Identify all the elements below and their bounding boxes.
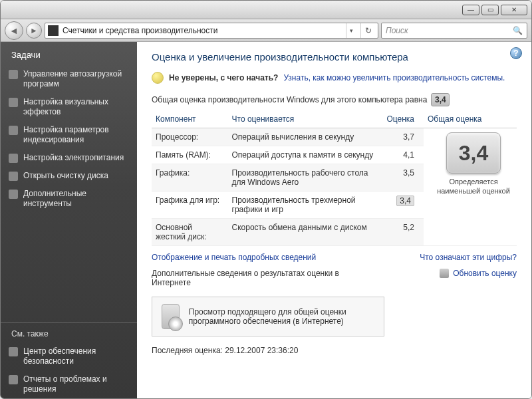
- breadcrumb-text: Счетчики и средства производительности: [63, 26, 342, 35]
- sidebar-item-power[interactable]: Настройка электропитания: [1, 149, 137, 167]
- overall-score-badge: 3,4: [431, 93, 450, 106]
- cell-component: Основной жесткий диск:: [152, 219, 228, 246]
- software-cd-icon: [162, 304, 180, 329]
- refresh-icon[interactable]: ↻: [360, 23, 375, 38]
- tasks-header: Задачи: [1, 42, 137, 65]
- last-evaluation: Последняя оценка: 29.12.2007 23:36:20: [152, 346, 517, 355]
- control-panel-icon: [48, 25, 59, 36]
- maximize-button[interactable]: ▭: [481, 5, 499, 15]
- sidebar: Задачи Управление автозагрузкой программ…: [1, 42, 137, 398]
- cell-overall: 3,4Определяется наименьшей оценкой: [424, 128, 517, 246]
- performance-table: Компонент Что оценивается Оценка Общая о…: [152, 110, 517, 246]
- th-overall: Общая оценка: [424, 110, 517, 128]
- address-bar: ◄ ► Счетчики и средства производительнос…: [1, 19, 531, 42]
- more-info-text: Дополнительные сведения о результатах оц…: [152, 269, 351, 287]
- search-input[interactable]: Поиск 🔍: [381, 23, 527, 39]
- breadcrumb-bar[interactable]: Счетчики и средства производительности ▾…: [45, 23, 378, 39]
- sidebar-seealso-problem-reports[interactable]: Отчеты о проблемах и решения: [1, 370, 137, 398]
- sidebar-seealso-security-center[interactable]: Центр обеспечения безопасности: [1, 342, 137, 370]
- th-score: Оценка: [382, 110, 424, 128]
- software-suggestion-text: Просмотр подходящего для общей оценки пр…: [189, 307, 374, 326]
- hint-question: Не уверены, с чего начать?: [169, 73, 278, 82]
- help-icon[interactable]: ?: [510, 47, 522, 59]
- big-score-badge: 3,4: [446, 132, 501, 174]
- page-title: Оценка и увеличение производительности к…: [152, 51, 517, 63]
- cell-component: Память (RAM):: [152, 146, 228, 164]
- content-area: ? Оценка и увеличение производительности…: [137, 42, 531, 398]
- forward-button[interactable]: ►: [26, 23, 42, 39]
- cell-what: Производительность рабочего стола для Wi…: [228, 164, 383, 192]
- cell-score: 4,1: [382, 146, 424, 164]
- overall-score-line: Общая оценка производительности Windows …: [152, 93, 517, 106]
- big-score-caption: Определяется наименьшей оценкой: [437, 178, 510, 196]
- cell-score: 3,7: [382, 128, 424, 146]
- th-component: Компонент: [152, 110, 228, 128]
- table-row: Процессор:Операций вычисления в секунду3…: [152, 128, 517, 146]
- details-print-link[interactable]: Отображение и печать подробных сведений: [152, 253, 316, 262]
- what-numbers-mean-link[interactable]: Что означают эти цифры?: [420, 253, 517, 262]
- cell-score: 5,2: [382, 219, 424, 246]
- close-button[interactable]: ✕: [501, 5, 527, 15]
- shield-icon: [440, 269, 449, 278]
- seealso-header: См. также: [1, 322, 137, 342]
- cell-what: Операций вычисления в секунду: [228, 128, 383, 146]
- cell-score: 3,5: [382, 164, 424, 192]
- cell-what: Операций доступа к памяти в секунду: [228, 146, 383, 164]
- sidebar-item-startup[interactable]: Управление автозагрузкой программ: [1, 65, 137, 93]
- hint-row: Не уверены, с чего начать? Узнать, как м…: [152, 72, 517, 84]
- lightbulb-icon: [152, 72, 164, 84]
- cell-component: Графика для игр:: [152, 192, 228, 219]
- cell-what: Скорость обмена данными с диском: [228, 219, 383, 246]
- cell-component: Графика:: [152, 164, 228, 192]
- search-placeholder: Поиск: [386, 26, 408, 35]
- sidebar-item-advanced-tools[interactable]: Дополнительные инструменты: [1, 185, 137, 213]
- sidebar-item-disk-cleanup[interactable]: Открыть очистку диска: [1, 167, 137, 185]
- sidebar-item-visual-effects[interactable]: Настройка визуальных эффектов: [1, 93, 137, 121]
- titlebar: ― ▭ ✕: [1, 1, 531, 19]
- minimize-button[interactable]: ―: [462, 5, 479, 15]
- cell-score: 3,4: [382, 192, 424, 219]
- search-icon: 🔍: [513, 26, 523, 35]
- hint-learn-link[interactable]: Узнать, как можно увеличить производител…: [283, 73, 505, 82]
- th-what: Что оценивается: [228, 110, 383, 128]
- breadcrumb-dropdown-icon[interactable]: ▾: [346, 23, 356, 38]
- back-button[interactable]: ◄: [5, 21, 23, 40]
- cell-component: Процессор:: [152, 128, 228, 146]
- sidebar-item-indexing[interactable]: Настройка параметров индексирования: [1, 121, 137, 149]
- overall-score-text: Общая оценка производительности Windows …: [152, 95, 427, 104]
- software-suggestion-box[interactable]: Просмотр подходящего для общей оценки пр…: [152, 297, 384, 336]
- cell-what: Производительность трехмерной графики и …: [228, 192, 383, 219]
- refresh-score-link[interactable]: Обновить оценку: [440, 269, 517, 278]
